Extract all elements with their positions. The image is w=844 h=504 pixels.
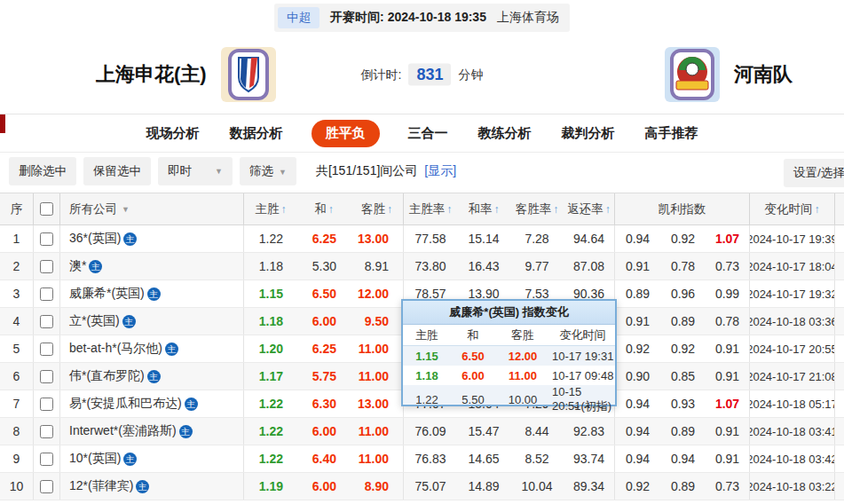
popup-header-time: 变化时间: [550, 327, 615, 343]
row-checkbox[interactable]: [40, 425, 53, 438]
company-name[interactable]: 威廉希*(英国)主: [60, 280, 244, 307]
header-select-all: [34, 193, 60, 224]
company-name-label: 澳*: [69, 258, 86, 274]
tab-win-draw-loss[interactable]: 胜平负: [312, 120, 380, 147]
kelly-value: 0.91: [615, 308, 660, 335]
row-checkbox[interactable]: [40, 370, 53, 383]
company-name[interactable]: 10*(英国)主: [60, 445, 244, 472]
table-row: 910*(英国)主1.226.4011.0076.8314.658.5293.7…: [0, 445, 844, 473]
row-checkbox[interactable]: [40, 232, 53, 246]
odds-value: 8.91: [351, 253, 404, 280]
popup-home-odds: 1.22: [403, 393, 451, 406]
sort-up-icon: ↑: [328, 193, 334, 224]
header-away-rate[interactable]: 客胜率↑: [510, 193, 564, 224]
instant-dropdown[interactable]: 即时 ▼: [158, 157, 233, 185]
away-team-name: 河南队: [734, 61, 793, 88]
sort-up-icon: ↑: [553, 193, 558, 224]
company-main-icon: 主: [122, 315, 136, 328]
odds-value: 1.22: [244, 445, 297, 472]
header-company[interactable]: 所有公司 ▼: [60, 193, 244, 224]
table-row: 2澳*主1.185.308.9173.8016.439.7787.080.910…: [0, 253, 844, 280]
tab-referee-analysis[interactable]: 裁判分析: [560, 120, 617, 147]
header-away-odds[interactable]: 客胜↑: [351, 193, 404, 224]
sort-up-icon: ↑: [446, 193, 452, 224]
delete-selected-button[interactable]: 删除选中: [9, 157, 76, 185]
instant-dropdown-label: 即时: [168, 163, 192, 179]
kelly-value: 0.73: [706, 253, 750, 280]
odds-value: 1.22: [244, 390, 297, 417]
row-filler: [835, 390, 844, 417]
popup-away-odds: 11.00: [495, 369, 550, 382]
settings-select-button[interactable]: 设置/选择: [784, 159, 844, 187]
row-checkbox-cell: [34, 418, 60, 445]
odds-value: 1.15: [244, 280, 297, 307]
change-time-value: 2024-10-18 05:17: [750, 390, 835, 417]
row-checkbox[interactable]: [40, 260, 53, 273]
row-checkbox[interactable]: [40, 287, 53, 301]
odds-value: 13.00: [351, 390, 404, 417]
rate-value: 15.47: [457, 418, 510, 445]
company-name[interactable]: 36*(英国)主: [60, 225, 244, 252]
countdown-unit: 分钟: [458, 67, 483, 83]
header-draw-odds[interactable]: 和↑: [297, 193, 351, 224]
popup-away-odds: 12.00: [495, 350, 550, 363]
header-draw-rate[interactable]: 和率↑: [457, 193, 510, 224]
tab-live-analysis[interactable]: 现场分析: [145, 120, 201, 147]
header-change-time[interactable]: 变化时间↑: [750, 193, 835, 224]
company-main-icon: 主: [165, 343, 178, 356]
tab-expert-recommend[interactable]: 高手推荐: [643, 120, 700, 147]
odds-value: 5.30: [297, 253, 351, 280]
company-name[interactable]: bet-at-h*(马尔他)主: [60, 335, 244, 362]
kickoff-label: 开赛时间:: [330, 10, 384, 24]
rate-value: 89.34: [564, 473, 615, 500]
match-meta-bar: 中超 开赛时间: 2024-10-18 19:35 上海体育场: [0, 0, 844, 35]
header-home-odds[interactable]: 主胜↑: [244, 193, 297, 224]
away-team-logo-icon: [665, 47, 720, 102]
popup-change-time: 10-17 09:48: [550, 369, 615, 382]
sort-up-icon: ↑: [605, 193, 611, 224]
show-link[interactable]: [显示]: [424, 163, 456, 179]
row-checkbox[interactable]: [40, 398, 53, 411]
rate-value: 76.83: [404, 445, 457, 472]
rate-value: 94.64: [564, 225, 615, 252]
change-time-value: 2024-10-17 19:39: [750, 225, 835, 252]
tab-coach-analysis[interactable]: 教练分析: [477, 120, 533, 147]
row-seq: 1: [0, 225, 34, 252]
select-all-checkbox[interactable]: [40, 202, 53, 216]
row-checkbox[interactable]: [40, 343, 53, 356]
row-seq: 9: [0, 445, 34, 472]
rate-value: 8.52: [510, 445, 564, 472]
tab-three-in-one[interactable]: 三合一: [406, 120, 450, 147]
header-home-label: 主胜: [256, 193, 280, 224]
row-checkbox[interactable]: [40, 315, 53, 328]
popup-header-row: 主胜 和 客胜 变化时间: [403, 325, 615, 346]
company-name[interactable]: 立*(英国)主: [60, 308, 244, 335]
company-name[interactable]: 12*(菲律宾)主: [60, 473, 244, 500]
popup-header-draw: 和: [451, 327, 495, 343]
odds-value: 11.00: [351, 363, 404, 390]
rate-value: 16.43: [457, 253, 510, 280]
venue-label: 上海体育场: [497, 10, 559, 26]
keep-selected-button[interactable]: 保留选中: [83, 157, 151, 185]
tab-data-analysis[interactable]: 数据分析: [228, 120, 285, 147]
kelly-value: 0.92: [615, 335, 660, 362]
company-name[interactable]: Interwet*(塞浦路斯)主: [60, 418, 244, 445]
row-filler: [835, 225, 844, 252]
toolbar: 删除选中 保留选中 即时 ▼ 筛选▼ 共[151/151]间公司 [显示] 设置…: [0, 152, 844, 190]
company-name[interactable]: 澳*主: [60, 253, 244, 280]
filter-dropdown[interactable]: 筛选▼: [240, 157, 296, 185]
rate-value: 87.08: [564, 253, 615, 280]
row-checkbox-cell: [34, 335, 60, 362]
header-home-rate[interactable]: 主胜率↑: [404, 193, 457, 224]
row-checkbox-cell: [34, 473, 60, 500]
popup-row: 1.225.5010.0010-15 20:51(初指): [403, 385, 615, 405]
kelly-value: 0.94: [615, 225, 660, 252]
league-badge[interactable]: 中超: [278, 7, 319, 28]
header-return-rate[interactable]: 返还率↑: [564, 193, 615, 224]
company-name[interactable]: 伟*(直布罗陀)主: [60, 363, 244, 390]
row-checkbox[interactable]: [40, 480, 53, 493]
rate-value: 14.65: [457, 445, 510, 472]
kelly-value: 0.99: [706, 280, 750, 307]
row-checkbox[interactable]: [40, 453, 53, 466]
company-name[interactable]: 易*(安提瓜和巴布达)主: [60, 390, 244, 417]
